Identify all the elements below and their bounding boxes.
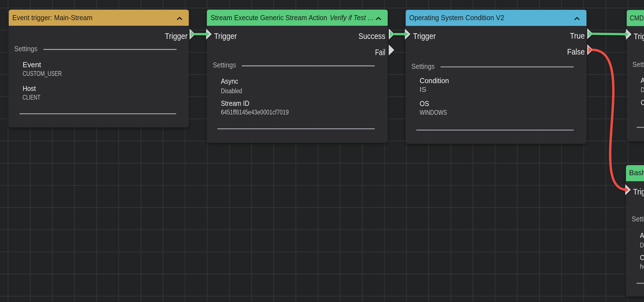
svg-text:Trigger: Trigger (214, 32, 237, 41)
svg-text:IS: IS (420, 86, 426, 93)
svg-text:Disabled: Disabled (640, 242, 644, 249)
svg-text:Trigger: Trigger (165, 32, 188, 41)
svg-text:Settings: Settings (632, 215, 644, 223)
svg-text:Settings: Settings (411, 62, 435, 70)
svg-text:Settings: Settings (633, 60, 644, 68)
svg-text:Stream Execute Generic Stream: Stream Execute Generic Stream Action (211, 13, 327, 22)
svg-text:Stream ID: Stream ID (221, 99, 249, 107)
svg-text:Success: Success (359, 32, 385, 41)
svg-text:6451ff8145e43e0001cf7019: 6451ff8145e43e0001cf7019 (221, 109, 289, 116)
svg-text:Command: Command (640, 253, 644, 262)
svg-text:Fail: Fail (375, 48, 385, 57)
svg-text:CMD: CMD (630, 14, 644, 22)
svg-text:Operating System Condition V2: Operating System Condition V2 (409, 13, 504, 22)
svg-text:Bash: Bash (629, 168, 644, 177)
svg-text:False: False (567, 47, 585, 56)
svg-text:CLIENT: CLIENT (23, 94, 41, 101)
svg-text:OS: OS (420, 99, 429, 108)
svg-text:True: True (570, 31, 585, 40)
svg-text:WINDOWS: WINDOWS (420, 109, 447, 116)
svg-text:Async: Async (640, 231, 644, 240)
svg-text:Async: Async (641, 76, 644, 85)
svg-text:Condition: Condition (420, 76, 449, 85)
svg-text:hostname: hostname (640, 263, 644, 270)
svg-text:Trigger: Trigger (413, 32, 436, 41)
svg-text:CUSTOM_USER: CUSTOM_USER (23, 70, 62, 77)
svg-text:Settings: Settings (213, 61, 236, 69)
svg-text:Trigger: Trigger (633, 187, 644, 196)
svg-text:Verify if Test …: Verify if Test … (330, 13, 374, 22)
svg-text:Event trigger: Main-Stream: Event trigger: Main-Stream (12, 13, 93, 22)
svg-text:Settings: Settings (14, 45, 37, 53)
svg-text:Disabled: Disabled (221, 87, 242, 95)
svg-text:Trigger: Trigger (634, 32, 644, 41)
svg-text:Command: Command (641, 98, 644, 107)
svg-text:Event: Event (23, 60, 41, 69)
svg-text:Async: Async (221, 77, 238, 85)
svg-text:Disabled: Disabled (641, 86, 644, 93)
svg-text:Host: Host (23, 84, 36, 93)
